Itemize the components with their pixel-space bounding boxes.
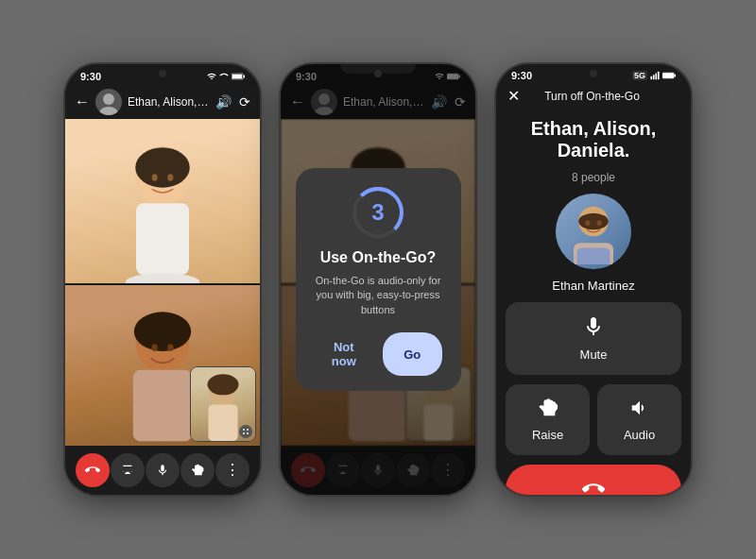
svg-rect-37 (658, 72, 660, 79)
signal-icon-3 (650, 71, 660, 80)
svg-rect-40 (663, 74, 673, 77)
audio-label-3: Audio (624, 428, 655, 442)
svg-rect-9 (136, 203, 189, 275)
raise-hand-icon-3 (538, 398, 558, 424)
go-button[interactable]: Go (383, 332, 442, 376)
back-button-1[interactable]: ← (75, 93, 90, 110)
header-icons-1: 🔊 ⟳ (215, 94, 250, 110)
svg-point-8 (167, 174, 173, 181)
video-cell-bottom-left-1 (65, 285, 260, 446)
modal-timer-2: 3 (352, 187, 404, 238)
expand-icon-1[interactable] (239, 425, 252, 438)
end-call-icon-3 (582, 478, 605, 497)
signal-icon-1 (207, 72, 216, 81)
battery-icon-3 (662, 71, 676, 80)
raise-hand-button-1[interactable] (180, 453, 215, 487)
svg-rect-15 (133, 370, 192, 442)
call-title-1: Ethan, Alison, Dani... (128, 95, 210, 109)
svg-point-3 (103, 93, 114, 105)
raise-label-3: Raise (532, 428, 563, 442)
svg-rect-34 (650, 76, 652, 79)
camera-dot-2 (374, 70, 382, 77)
svg-point-4 (99, 107, 118, 115)
wifi-icon-1 (219, 72, 229, 81)
svg-point-14 (167, 344, 174, 351)
audio-big-button-3[interactable]: Audio (597, 384, 681, 455)
modal-actions-2: Not now Go (315, 332, 442, 376)
more-options-button-1[interactable]: ⋮ (215, 453, 249, 487)
svg-point-17 (207, 374, 238, 395)
video-cell-bottom-right-1 (190, 366, 256, 442)
participant-video-top-1 (65, 119, 260, 283)
featured-avatar-3 (556, 194, 631, 269)
svg-point-44 (597, 220, 602, 226)
mute-icon-3 (582, 315, 605, 344)
not-now-button[interactable]: Not now (315, 332, 374, 376)
camera-dot-3 (590, 70, 597, 77)
video-grid-1 (65, 119, 260, 446)
end-call-big-button-3[interactable] (506, 465, 681, 497)
phone3-body: Ethan, Alison, Daniela. 8 people Ethan M… (496, 109, 691, 497)
svg-point-13 (151, 344, 158, 351)
participant-count-3: 8 people (572, 171, 615, 184)
camera-dot-1 (159, 70, 166, 77)
close-button-3[interactable]: ✕ (507, 87, 520, 105)
video-bottom-row-1 (65, 285, 260, 446)
status-time-1: 9:30 (80, 71, 101, 82)
call-controls-1: ⋮ (65, 446, 260, 495)
participant-figure-1 (65, 119, 260, 283)
end-call-button-1[interactable] (76, 453, 110, 487)
svg-rect-1 (244, 76, 245, 78)
battery-icon-1 (232, 72, 245, 81)
status-icons-3: 5G (632, 71, 676, 80)
status-time-3: 9:30 (511, 70, 532, 81)
svg-point-7 (152, 174, 158, 181)
svg-rect-39 (675, 75, 676, 77)
svg-rect-46 (577, 248, 610, 265)
svg-rect-36 (655, 74, 657, 80)
person-avatar-svg-3 (560, 198, 627, 264)
svg-point-43 (585, 220, 590, 226)
svg-point-6 (135, 147, 189, 187)
svg-point-10 (126, 273, 200, 283)
svg-rect-35 (653, 75, 655, 79)
audio-icon-1[interactable]: 🔊 (215, 94, 232, 110)
audio-icon-3 (629, 398, 650, 424)
call-header-1: ← Ethan, Alison, Dani... 🔊 ⟳ (65, 85, 260, 119)
svg-rect-2 (232, 75, 242, 78)
status-icons-1 (207, 72, 245, 81)
phone3-header: ✕ Turn off On-the-Go (496, 83, 691, 109)
5g-badge-3: 5G (632, 71, 647, 80)
modal-description-2: On-the-Go is audio-only for you with big… (315, 274, 442, 317)
microphone-icon-3 (582, 315, 605, 338)
rotate-icon-1[interactable]: ⟳ (239, 94, 250, 110)
modal-overlay-2: 3 Use On-the-Go? On-the-Go is audio-only… (281, 64, 475, 495)
modal-title-2: Use On-the-Go? (320, 249, 437, 266)
raise-hand-big-button-3[interactable]: Raise (506, 384, 590, 455)
mute-button-1[interactable] (146, 453, 180, 487)
turn-off-label-3: Turn off On-the-Go (527, 90, 657, 103)
controls-row-3: Raise Audio (506, 384, 681, 455)
phone-1: 9:30 ← Ethan, Alison, Dani... 🔊 ⟳ (63, 62, 262, 497)
mute-label-3: Mute (580, 347, 608, 362)
screen-share-button-1[interactable] (111, 453, 145, 487)
group-avatar-1 (95, 89, 122, 115)
svg-point-42 (578, 213, 609, 230)
mute-big-button-3[interactable]: Mute (506, 302, 681, 375)
modal-card-2: 3 Use On-the-Go? On-the-Go is audio-only… (296, 168, 461, 391)
video-cell-top-1 (65, 119, 260, 283)
svg-point-12 (134, 312, 191, 351)
svg-rect-18 (208, 404, 237, 441)
featured-person-label-3: Ethan Martinez (552, 279, 634, 293)
participant-name-3: Ethan, Alison, Daniela. (506, 118, 681, 161)
phone-3: 9:30 5G ✕ Turn off On-the-Go Ethan, Alis… (494, 62, 693, 497)
phone-2: 9:30 ← Ethan, Alison, Dani... 🔊 ⟳ (279, 62, 477, 497)
